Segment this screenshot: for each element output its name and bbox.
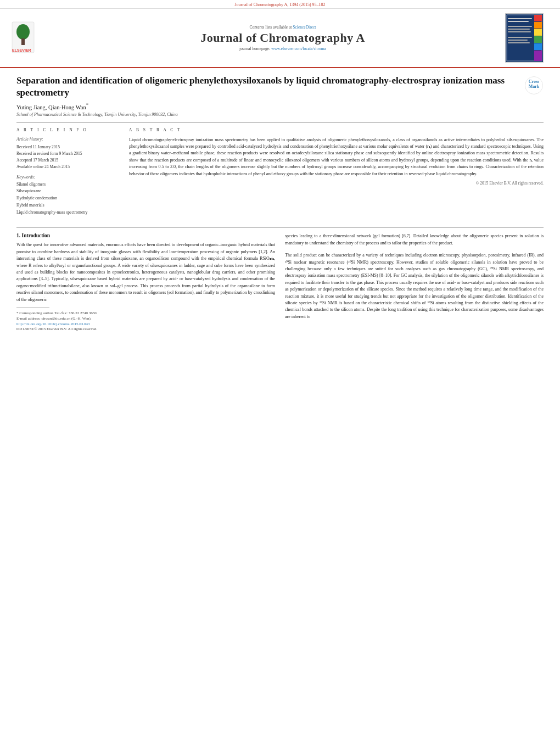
available-date: Available online 24 March 2015 — [16, 164, 118, 170]
contents-available-line: Contents lists available at ScienceDirec… — [60, 25, 505, 30]
svg-rect-16 — [508, 31, 531, 32]
body-left-column: 1. Introduction With the quest for innov… — [16, 233, 275, 332]
history-label: Article history: — [16, 137, 118, 142]
svg-rect-7 — [534, 22, 542, 29]
keyword-1: Silanol oligomers — [16, 181, 118, 188]
intro-paragraph: With the quest for innovative advanced m… — [16, 242, 275, 303]
journal-cover-thumbnail — [505, 13, 544, 63]
body-right-column: species leading to a three-dimensional n… — [285, 233, 544, 332]
journal-citation-bar: Journal of Chromatography A, 1394 (2015)… — [0, 0, 560, 9]
page: Journal of Chromatography A, 1394 (2015)… — [0, 0, 560, 742]
right-paragraph-1: species leading to a three-dimensional n… — [285, 233, 544, 247]
svg-rect-12 — [508, 18, 532, 19]
footnote-corresponding: * Corresponding author. Tel./fax: +86 22… — [16, 310, 275, 316]
svg-rect-10 — [534, 43, 542, 50]
keyword-3: Hydrolytic condensation — [16, 195, 118, 202]
received-date: Received 11 January 2015 — [16, 144, 118, 150]
article-info-column: A R T I C L E I N F O Article history: R… — [16, 127, 118, 216]
keyword-2: Silsesquioxane — [16, 188, 118, 195]
author-note: * — [86, 102, 88, 108]
affiliation: School of Pharmaceutical Science & Techn… — [16, 112, 544, 117]
footnote-divider — [16, 308, 49, 308]
homepage-line: journal homepage: www.elsevier.com/locat… — [60, 46, 505, 51]
footnote-email: E-mail address: qhwan@tju.edu.cn (Q.-H. … — [16, 316, 275, 322]
right-paragraph-2: The solid product can be characterized b… — [285, 252, 544, 320]
svg-text:Mark: Mark — [529, 84, 540, 89]
article-title: Separation and identification of oligome… — [16, 75, 519, 99]
authors: Yuting Jiang, Qian-Hong Wan* — [16, 102, 544, 110]
svg-rect-2 — [21, 38, 25, 45]
keyword-4: Hybrid materials — [16, 202, 118, 209]
journal-citation: Journal of Chromatography A, 1394 (2015)… — [234, 2, 325, 7]
article-content: Separation and identification of oligome… — [0, 68, 560, 221]
main-divider — [16, 227, 544, 227]
keyword-5: Liquid chromatography-mass spectrometry — [16, 209, 118, 216]
copyright-line: © 2015 Elsevier B.V. All rights reserved… — [129, 181, 544, 186]
svg-rect-15 — [508, 29, 530, 30]
article-info-heading: A R T I C L E I N F O — [16, 127, 118, 132]
svg-rect-6 — [534, 15, 542, 21]
svg-text:Cross: Cross — [529, 79, 539, 84]
svg-rect-8 — [534, 29, 542, 36]
abstract-heading: A B S T R A C T — [129, 127, 544, 132]
svg-rect-13 — [508, 21, 529, 22]
accepted-date: Accepted 17 March 2015 — [16, 157, 118, 164]
abstract-column: A B S T R A C T Liquid chromatography-el… — [129, 127, 544, 216]
svg-rect-18 — [508, 40, 528, 41]
doi-link[interactable]: http://dx.doi.org/10.1016/j.chroma.2015.… — [16, 322, 275, 326]
two-column-section: A R T I C L E I N F O Article history: R… — [16, 122, 544, 216]
crossmark-logo[interactable]: Cross Mark — [524, 76, 544, 95]
svg-rect-11 — [534, 51, 542, 61]
homepage-link[interactable]: www.elsevier.com/locate/chroma — [271, 46, 326, 51]
intro-section-title: 1. Introduction — [16, 233, 275, 238]
issn-text: 0021-9673/© 2015 Elsevier B.V. All right… — [16, 326, 275, 332]
body-columns: 1. Introduction With the quest for innov… — [0, 233, 560, 332]
article-title-section: Separation and identification of oligome… — [16, 75, 544, 99]
journal-name: Journal of Chromatography A — [60, 31, 505, 45]
svg-point-1 — [16, 24, 30, 40]
svg-rect-14 — [508, 26, 532, 27]
svg-rect-19 — [508, 42, 530, 43]
journal-header: ELSEVIER Contents lists available at Sci… — [0, 9, 560, 68]
elsevier-logo: ELSEVIER — [11, 21, 60, 55]
svg-rect-17 — [508, 37, 532, 38]
svg-text:ELSEVIER: ELSEVIER — [12, 48, 31, 52]
revised-date: Received in revised form 9 March 2015 — [16, 150, 118, 157]
keywords-label: Keywords: — [16, 175, 118, 180]
abstract-text: Liquid chromatography-electrospray ioniz… — [129, 137, 544, 177]
sciencedirect-link[interactable]: ScienceDirect — [293, 25, 316, 30]
svg-rect-9 — [534, 36, 542, 43]
header-center: Contents lists available at ScienceDirec… — [60, 25, 505, 51]
